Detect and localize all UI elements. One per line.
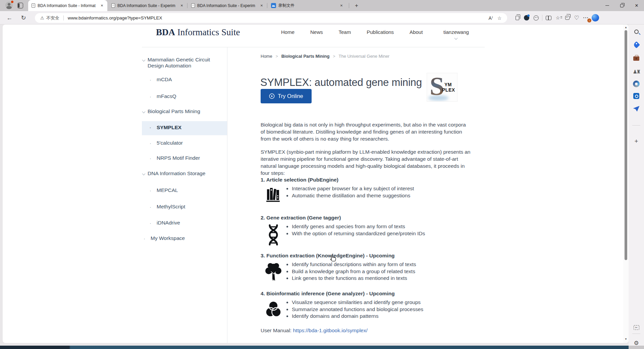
step-bioinformatic-inference: 4. Bioinformatic inference (Gene analyze… xyxy=(261,291,479,320)
page-scrollbar[interactable]: ▲ ▼ xyxy=(623,24,629,343)
split-screen-icon[interactable] xyxy=(544,14,553,22)
close-button[interactable]: ✕ xyxy=(629,0,644,11)
tab-separator xyxy=(349,3,349,8)
user-menu[interactable]: tianzewang xyxy=(443,29,469,39)
url-text[interactable]: www.bdainformatics.org/page?type=SYMPLEX xyxy=(68,15,486,20)
add-sidebar-item-icon[interactable]: + xyxy=(629,136,644,146)
breadcrumb-home[interactable]: Home xyxy=(261,54,272,59)
recording-timeline-bar xyxy=(0,346,629,349)
breadcrumb-current: The Universal Gene Miner xyxy=(338,54,389,59)
sidebar-item-symplex[interactable]: ·SYMPLEX xyxy=(150,124,223,131)
m365-icon[interactable] xyxy=(629,79,644,89)
browser-titlebar: BDA Information Suite - Informat ✕ BDA I… xyxy=(0,0,644,11)
workspaces-icon[interactable] xyxy=(17,3,23,8)
collections-icon[interactable] xyxy=(562,14,572,22)
tab-close-icon[interactable]: ✕ xyxy=(99,3,105,8)
drop-icon[interactable] xyxy=(629,104,644,114)
restore-icon xyxy=(620,4,624,7)
step-bullets: Identify genes and species from any form… xyxy=(286,223,425,246)
breadcrumb-section[interactable]: Biological Parts Mining xyxy=(281,54,330,59)
tab-1-active[interactable]: BDA Information Suite - Informat ✕ xyxy=(28,0,107,11)
sidebar-item-nrps[interactable]: ·NRPS Motif Finder xyxy=(150,155,223,161)
tab-2[interactable]: BDA Information Suite - Experim ✕ xyxy=(108,0,187,11)
outlook-icon[interactable] xyxy=(629,91,644,101)
sidebar-item-methylscript[interactable]: ·MethylScript xyxy=(150,204,223,210)
sidebar-group-parts-mining[interactable]: Biological Parts Mining xyxy=(143,108,223,114)
sidebar-group-mammalian[interactable]: Mammalian Genetic Circuit Design Automat… xyxy=(143,57,223,69)
tab-title: 录制文件 xyxy=(278,3,339,8)
copilot-icon[interactable] xyxy=(591,14,600,22)
read-aloud-icon[interactable]: A⁾ xyxy=(486,14,495,22)
sidebar-item-idnadrive[interactable]: ·iDNAdrive xyxy=(150,220,223,226)
intro-paragraph: Biological big data is not only in high … xyxy=(261,121,471,142)
nav-team[interactable]: Team xyxy=(339,29,351,35)
tab-close-icon[interactable]: ✕ xyxy=(259,3,264,8)
scrollbar-thumb[interactable] xyxy=(625,30,627,260)
evernote-extension-icon[interactable] xyxy=(522,14,531,22)
favorites-icon[interactable]: ☆ xyxy=(553,14,562,22)
pipeline-paragraph: SYMPLEX (synbio-part mining platform by … xyxy=(261,148,471,177)
games-icon[interactable]: ♟♜ xyxy=(629,67,644,77)
sidebar-settings-icon[interactable]: ⚙ xyxy=(629,338,644,348)
nav-about[interactable]: About xyxy=(410,29,423,35)
sidebar-group-dna-storage[interactable]: DNA Information Storage xyxy=(143,170,223,177)
mouse-cursor xyxy=(329,254,336,264)
refresh-button[interactable]: ↻ xyxy=(19,14,28,22)
scroll-up-icon[interactable]: ▲ xyxy=(623,25,629,30)
sidebar-item-mcda[interactable]: ·mCDA xyxy=(150,77,223,83)
sidebar-border xyxy=(227,47,227,343)
copy-link-icon[interactable] xyxy=(513,14,522,22)
sidebar-item-mepcal[interactable]: ·MEPCAL xyxy=(150,187,223,193)
page-title: SYMPLEX: automated gene mining xyxy=(260,77,422,89)
minimize-button[interactable] xyxy=(600,0,614,11)
favorite-star-icon[interactable]: ☆ xyxy=(495,14,504,22)
step-heading: 2. Gene extraction (Gene tagger) xyxy=(261,215,479,221)
extension-icon[interactable] xyxy=(531,14,541,22)
scroll-down-icon[interactable]: ▼ xyxy=(623,337,629,341)
tab-close-icon[interactable]: ✕ xyxy=(179,3,184,8)
site-nav: Home News Team Publications About xyxy=(281,29,423,35)
user-manual-line: User Manual: https://bda-1.gitbook.io/sy… xyxy=(261,328,368,334)
settings-more-icon[interactable]: ···↑ xyxy=(581,14,591,22)
tab-close-icon[interactable]: ✕ xyxy=(339,3,344,8)
web-capture-icon[interactable]: ✂ xyxy=(629,322,644,333)
site-logo[interactable]: BDA Informatics Suite xyxy=(156,27,240,38)
recording-favicon xyxy=(271,3,276,8)
chevron-down-icon xyxy=(142,172,146,176)
profile-notification-dot xyxy=(11,1,13,3)
step-bullets: Visualize sequence similarities and iden… xyxy=(286,299,423,320)
breadcrumb: Home > Biological Parts Mining > The Uni… xyxy=(261,54,389,59)
step-bullets: Interactive paper browser for a key subj… xyxy=(286,185,414,202)
document-favicon xyxy=(32,3,35,8)
step-heading: 1. Article selection (PubEngine) xyxy=(261,177,479,183)
books-icon xyxy=(261,185,286,202)
tab-4[interactable]: 录制文件 ✕ xyxy=(268,0,347,11)
chevron-down-icon xyxy=(142,58,146,62)
back-button[interactable]: ← xyxy=(5,14,13,22)
step-heading: 3. Function extraction (KnowledgeEngine)… xyxy=(261,253,479,259)
step-gene-extraction: 2. Gene extraction (Gene tagger) xyxy=(261,215,479,246)
nav-news[interactable]: News xyxy=(310,29,323,35)
edge-sidebar: ♟♜ + ✂ ⚙ xyxy=(629,24,644,346)
address-bar[interactable]: ⚠ 不安全 www.bdainformatics.org/page?type=S… xyxy=(35,13,507,23)
step-heading: 4. Bioinformatic inference (Gene analyze… xyxy=(261,291,479,297)
toolbox-icon[interactable] xyxy=(629,53,644,63)
tab-separator xyxy=(267,3,267,8)
sidebar-search-icon[interactable] xyxy=(629,27,644,37)
tab-3[interactable]: BDA Information Suite - Experim ✕ xyxy=(188,0,267,11)
browser-toolbar: ← ↻ ⚠ 不安全 www.bdainformatics.org/page?ty… xyxy=(0,11,644,24)
try-online-button[interactable]: Try Online xyxy=(261,89,312,103)
sidebar-item-mfacsq[interactable]: ·mFacsQ xyxy=(150,93,223,99)
nav-home[interactable]: Home xyxy=(281,29,294,35)
browser-essentials-icon[interactable]: ♡ xyxy=(572,14,581,22)
shopping-icon[interactable] xyxy=(629,40,644,50)
nav-publications[interactable]: Publications xyxy=(367,29,394,35)
security-label[interactable]: 不安全 xyxy=(46,15,59,21)
user-manual-link[interactable]: https://bda-1.gitbook.io/symplex/ xyxy=(293,328,368,333)
restore-button[interactable] xyxy=(614,0,629,11)
sidebar-item-my-workspace[interactable]: ·My Workspace xyxy=(144,235,217,241)
sidebar-item-5calculator[interactable]: ·5'calculator xyxy=(150,140,223,146)
minimize-icon xyxy=(605,5,609,6)
tab-title: BDA Information Suite - Informat xyxy=(38,3,99,8)
new-tab-button[interactable]: + xyxy=(353,2,360,9)
